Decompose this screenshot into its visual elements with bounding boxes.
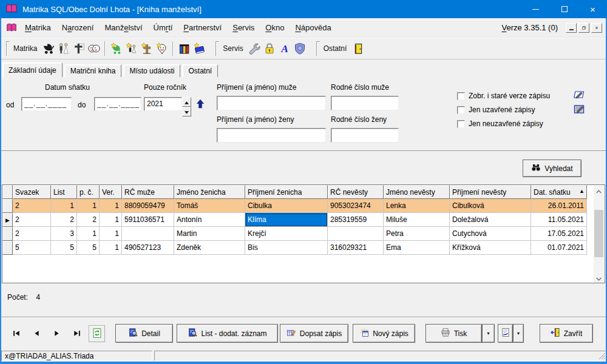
grid-cell[interactable]: Cibulka xyxy=(245,199,328,213)
bride-name-input[interactable] xyxy=(217,128,326,143)
pram-icon[interactable] xyxy=(41,41,56,56)
mdi-system-icon[interactable] xyxy=(6,22,17,33)
groom-name-input[interactable] xyxy=(217,96,326,110)
edit-record-icon[interactable] xyxy=(573,89,585,103)
wrench-icon[interactable] xyxy=(247,41,262,56)
grid-cell[interactable]: 5911036571 xyxy=(122,213,174,227)
year-input[interactable]: 2021 xyxy=(144,97,182,111)
grid-cell[interactable]: Ema xyxy=(384,241,450,255)
edit-record-alt-icon[interactable] xyxy=(572,103,586,118)
append-record-button[interactable]: Dopsat zápis xyxy=(280,324,348,343)
tab-3[interactable]: Ostatní xyxy=(182,64,218,77)
grid-cell[interactable]: Krejčí xyxy=(245,227,328,241)
search-button[interactable]: Vyhledat xyxy=(523,160,582,177)
tab-1[interactable]: Matriční kniha xyxy=(64,64,122,77)
nav-last-button[interactable] xyxy=(69,328,84,341)
grid-column-header[interactable]: Dat. sňatku▲ xyxy=(531,185,587,199)
wedding-couple-icon[interactable] xyxy=(56,41,71,56)
exit-door-icon[interactable] xyxy=(350,41,365,56)
grid-cell[interactable]: 1 xyxy=(100,213,122,227)
menu-item-partnerstvi[interactable]: Partnerství xyxy=(178,20,227,35)
grid-cell[interactable]: 9053023474 xyxy=(328,199,384,213)
grid-row[interactable]: 21118809059479TomášCibulka9053023474Lenk… xyxy=(2,199,605,213)
grid-row[interactable]: ▶22215911036571AntonínKlíma285319559Milu… xyxy=(2,213,605,227)
grid-cell[interactable]: Lenka xyxy=(384,199,450,213)
grid-cell[interactable]: 285319559 xyxy=(328,213,384,227)
grid-cell[interactable]: Klíma xyxy=(245,213,328,227)
grid-column-header[interactable]: Příjmení nevěsty xyxy=(450,185,531,199)
grid-cell[interactable] xyxy=(328,227,384,241)
registry-books-icon[interactable] xyxy=(177,41,192,56)
menu-item-okno[interactable]: Okno xyxy=(260,20,290,35)
new-partnership-icon[interactable] xyxy=(154,41,169,56)
tab-0[interactable]: Základní údaje xyxy=(2,62,63,77)
grid-cell[interactable]: Doležalová xyxy=(450,213,531,227)
grid-row[interactable]: 2311MartinKrejčíPetraCutychová17.05.2021 xyxy=(2,227,605,241)
grid-cell[interactable]: 1 xyxy=(100,227,122,241)
row-header[interactable] xyxy=(2,241,13,255)
tab-2[interactable]: Místo události xyxy=(123,64,180,77)
grid-column-header[interactable]: Jméno ženicha xyxy=(174,185,245,199)
grid-row[interactable]: 5551490527123ZdeněkBis316029321EmaKřížko… xyxy=(2,241,605,255)
row-header[interactable] xyxy=(2,227,13,241)
grid-cell[interactable]: 316029321 xyxy=(328,241,384,255)
font-a-icon[interactable]: A xyxy=(277,41,293,56)
detail-button[interactable]: Detail xyxy=(115,324,173,343)
minimize-button[interactable] xyxy=(521,0,550,18)
checkbox-box[interactable] xyxy=(457,106,465,114)
close-button[interactable]: × xyxy=(578,0,607,18)
grid-cell[interactable]: 1 xyxy=(51,199,77,213)
grid-cell[interactable]: 490527123 xyxy=(122,241,174,255)
grid-column-header[interactable]: Svazek xyxy=(13,185,51,199)
grid-column-header[interactable]: Jméno nevěsty xyxy=(384,185,450,199)
date-to-input[interactable]: __.__.____ xyxy=(94,97,141,111)
scroll-down-button[interactable] xyxy=(594,273,604,283)
grid-column-header[interactable]: Ver. xyxy=(100,185,122,199)
menu-item-napoveda[interactable]: Nápověda xyxy=(290,20,336,35)
grid-column-header[interactable]: List xyxy=(51,185,77,199)
grid-cell[interactable]: 26.01.2011 xyxy=(531,199,587,213)
mdi-restore-button[interactable] xyxy=(578,23,589,33)
grid-cell[interactable]: Cibulková xyxy=(450,199,531,213)
new-death-icon[interactable] xyxy=(139,41,154,56)
grid-cell[interactable]: 1 xyxy=(100,241,122,255)
new-marriage-icon[interactable] xyxy=(124,41,139,56)
checkbox-closed-records[interactable]: Jen uzavřené zápisy xyxy=(457,106,535,114)
export-button[interactable] xyxy=(498,324,513,343)
grid-cell[interactable]: Tomáš xyxy=(174,199,245,213)
new-birth-icon[interactable] xyxy=(109,41,124,56)
refresh-button[interactable] xyxy=(89,325,105,342)
row-header[interactable] xyxy=(2,199,13,213)
groom-rc-input[interactable] xyxy=(331,96,399,110)
menu-item-servis[interactable]: Servis xyxy=(227,20,260,35)
menu-item-manzelstvi[interactable]: Manželství xyxy=(99,20,148,35)
partnership-faces-icon[interactable] xyxy=(86,41,101,56)
bride-rc-input[interactable] xyxy=(331,128,399,143)
mdi-close-button[interactable]: × xyxy=(591,23,602,33)
grid-cell[interactable]: 2 xyxy=(13,199,51,213)
go-to-year-icon[interactable] xyxy=(195,98,206,111)
death-cross-icon[interactable] xyxy=(71,41,86,56)
grid-cell[interactable]: 17.05.2021 xyxy=(531,227,587,241)
grid-cell[interactable]: 2 xyxy=(13,213,51,227)
export-dropdown-button[interactable]: ▼ xyxy=(513,324,524,343)
lock-icon[interactable] xyxy=(262,41,277,56)
title-bar[interactable]: Matrika SQL/Obec Dolní Lhota - [Kniha ma… xyxy=(0,0,607,18)
print-button[interactable]: Tisk xyxy=(426,324,482,343)
resize-grip[interactable] xyxy=(599,352,606,362)
grid-cell[interactable]: 1 xyxy=(77,227,100,241)
nav-first-button[interactable] xyxy=(8,328,24,341)
scroll-thumb[interactable] xyxy=(594,210,603,257)
vertical-scrollbar[interactable] xyxy=(594,186,604,283)
grid-column-header[interactable]: RČ nevěsty xyxy=(328,185,384,199)
current-row-indicator[interactable]: ▶ xyxy=(2,213,13,227)
checkbox-box[interactable] xyxy=(457,92,465,100)
grid-cell[interactable]: Zdeněk xyxy=(174,241,245,255)
grid-cell[interactable]: 5 xyxy=(13,241,51,255)
version-label[interactable]: Verze 3.35.1 (0) xyxy=(501,23,564,32)
spin-down-button[interactable] xyxy=(182,107,191,116)
spin-up-button[interactable] xyxy=(182,97,191,107)
grid-cell[interactable]: 3 xyxy=(51,227,77,241)
grid-cell[interactable]: Křížková xyxy=(450,241,531,255)
grid-column-header[interactable]: RČ muže xyxy=(122,185,174,199)
